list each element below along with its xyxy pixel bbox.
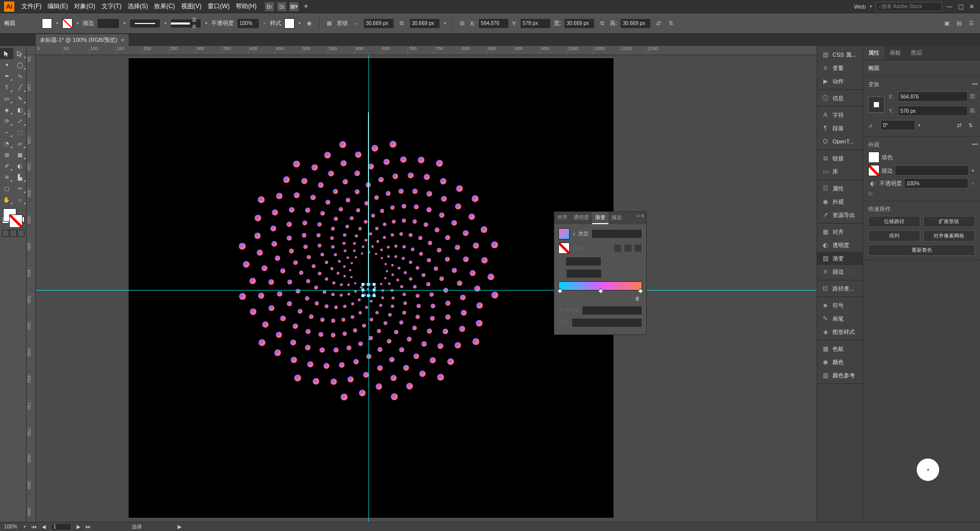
dock-item-1[interactable]: ≡变量 bbox=[817, 61, 863, 75]
flip-h-icon[interactable]: ⇄ bbox=[654, 19, 663, 28]
flip-v-icon[interactable]: ⇅ bbox=[666, 19, 675, 28]
gradient-angle-dropdown[interactable] bbox=[566, 257, 601, 266]
menu-select[interactable]: 选择(S) bbox=[125, 0, 151, 13]
btn-expand-shape[interactable]: 扩展形状 bbox=[923, 216, 975, 227]
blend-tool[interactable]: ◐ bbox=[13, 160, 27, 172]
gradient-type-dropdown[interactable] bbox=[592, 229, 642, 238]
free-transform-tool[interactable]: ⬚ bbox=[13, 127, 27, 138]
dock-item-22[interactable]: ▥颜色参考 bbox=[817, 369, 863, 382]
perspective-tool[interactable]: ▱ bbox=[13, 138, 27, 149]
height-input[interactable] bbox=[620, 18, 651, 29]
rotate-tool[interactable]: ⟳ bbox=[0, 115, 13, 127]
gp-tab-stroke[interactable]: 描边 bbox=[608, 212, 625, 224]
shape-h-input[interactable] bbox=[409, 18, 440, 29]
grad-stop-1[interactable] bbox=[557, 288, 562, 294]
fx-button[interactable]: fx. bbox=[868, 190, 975, 197]
menu-view[interactable]: 视图(V) bbox=[178, 0, 205, 13]
dock-item-9[interactable]: ☷属性 bbox=[817, 182, 863, 195]
artboard-nav-next-icon[interactable]: ▶ bbox=[77, 524, 81, 529]
fill-stroke-indicator[interactable] bbox=[0, 207, 27, 228]
flip-v-prop-icon[interactable]: ⇅ bbox=[966, 120, 975, 130]
flip-h-prop-icon[interactable]: ⇄ bbox=[954, 120, 964, 130]
maximize-button[interactable]: ▢ bbox=[957, 3, 965, 10]
line-tool[interactable]: ╱ bbox=[13, 82, 27, 93]
guide-vertical[interactable] bbox=[369, 55, 369, 522]
shape-w-input[interactable] bbox=[363, 18, 394, 29]
grad-stop-3[interactable] bbox=[638, 288, 643, 294]
stroke-width-input[interactable] bbox=[97, 18, 119, 29]
pen-tool[interactable]: ✒ bbox=[0, 70, 13, 82]
gpu-icon[interactable]: ✈ bbox=[302, 2, 311, 11]
appear-stroke-input[interactable] bbox=[895, 165, 969, 176]
btn-arrange[interactable]: 排列 bbox=[868, 230, 920, 242]
draw-inside[interactable] bbox=[17, 230, 24, 237]
rectangle-tool[interactable]: ▭ bbox=[0, 93, 13, 104]
artboard-index-input[interactable] bbox=[51, 523, 71, 530]
brush-definition[interactable]: 基本 bbox=[170, 19, 201, 28]
transform-origin-icon[interactable]: ⊞ bbox=[458, 19, 467, 28]
menu-edit[interactable]: 编辑(E) bbox=[44, 0, 71, 13]
tab-layers[interactable]: 图层 bbox=[906, 46, 927, 60]
stroke-profile[interactable] bbox=[130, 19, 160, 28]
prop-x-input[interactable] bbox=[898, 91, 968, 102]
stroke-dropdown-icon[interactable]: ▾ bbox=[76, 21, 80, 26]
appearance-menu-icon[interactable]: ••• bbox=[972, 141, 978, 147]
menu-effect[interactable]: 效果(C) bbox=[151, 0, 178, 13]
ruler-horizontal[interactable]: 0501001502002503003504004505005506006507… bbox=[36, 46, 817, 55]
dock-item-12[interactable]: ▦对齐 bbox=[817, 225, 863, 238]
curvature-tool[interactable]: ∿ bbox=[13, 70, 27, 82]
fill-dropdown-icon[interactable]: ▾ bbox=[55, 21, 59, 26]
gp-tab-transparency[interactable]: 透明度 bbox=[571, 212, 592, 224]
dock-item-15[interactable]: ≡描边 bbox=[817, 265, 863, 278]
hand-tool[interactable]: ✋ bbox=[0, 194, 13, 205]
opacity-input[interactable] bbox=[237, 18, 259, 29]
grad-stop-2[interactable] bbox=[598, 288, 603, 294]
eyedropper-tool[interactable]: ✐ bbox=[0, 160, 13, 172]
link-dim-icon[interactable]: ⧉ bbox=[598, 19, 607, 28]
width-input[interactable] bbox=[564, 18, 595, 29]
document-tab[interactable]: 未标题-1* @ 100% (RGB/预览) ✕ bbox=[36, 34, 129, 46]
menu-window[interactable]: 窗口(W) bbox=[205, 0, 233, 13]
tab-artboards[interactable]: 画板 bbox=[885, 46, 906, 60]
status-play-icon[interactable]: ▶ bbox=[178, 524, 182, 529]
artboard-nav-first-icon[interactable]: ⏮ bbox=[32, 524, 37, 529]
type-tool[interactable]: T bbox=[0, 82, 13, 93]
sel-handle-se[interactable] bbox=[373, 294, 376, 297]
canvas[interactable]: 0501001502002503003504004505005506006507… bbox=[27, 46, 817, 522]
dock-item-4[interactable]: A字符 bbox=[817, 108, 863, 122]
gp-tab-align[interactable]: 对齐 bbox=[554, 212, 571, 224]
dock-item-2[interactable]: ▶动作 bbox=[817, 75, 863, 88]
menu-object[interactable]: 对象(O) bbox=[71, 0, 98, 13]
gradient-opacity-dropdown[interactable] bbox=[582, 306, 642, 315]
stock-icon[interactable]: St bbox=[277, 2, 286, 11]
dock-item-14[interactable]: ▨渐变 bbox=[817, 252, 863, 265]
gradient-tool[interactable]: ▦ bbox=[13, 149, 27, 160]
transform-menu-icon[interactable]: ••• bbox=[972, 81, 978, 87]
stroke-grad-within-icon[interactable] bbox=[614, 244, 622, 252]
prop-angle-input[interactable] bbox=[880, 120, 915, 130]
sel-handle-nw[interactable] bbox=[361, 283, 364, 286]
stroke-indicator[interactable] bbox=[9, 214, 22, 228]
x-input[interactable] bbox=[478, 18, 509, 29]
gp-collapse-icon[interactable]: » bbox=[637, 213, 640, 223]
gradient-aspect-dropdown[interactable] bbox=[566, 269, 602, 278]
align-icon[interactable]: ▦ bbox=[325, 19, 334, 28]
dock-item-20[interactable]: ▦色板 bbox=[817, 342, 863, 355]
artboard-tool[interactable]: ▢ bbox=[0, 183, 13, 194]
recolor-icon[interactable]: ◉ bbox=[305, 19, 314, 28]
dock-item-18[interactable]: ✎画笔 bbox=[817, 312, 863, 325]
stroke-grad-along-icon[interactable] bbox=[624, 244, 632, 252]
menu-type[interactable]: 文字(T) bbox=[99, 0, 125, 13]
artboard-nav-last-icon[interactable]: ⏭ bbox=[86, 524, 91, 529]
appear-opacity-input[interactable] bbox=[904, 178, 968, 188]
gradient-stroke-swatch[interactable] bbox=[558, 243, 570, 254]
selection-tool[interactable] bbox=[0, 48, 13, 59]
artboard-nav-prev-icon[interactable]: ◀ bbox=[42, 524, 46, 529]
slice-tool[interactable]: ✂ bbox=[13, 183, 27, 194]
dock-item-3[interactable]: ⓘ信息 bbox=[817, 91, 863, 105]
mesh-tool[interactable]: ⊞ bbox=[0, 149, 13, 160]
lasso-tool[interactable]: ◯ bbox=[13, 59, 27, 70]
isolate-icon[interactable]: ▣ bbox=[942, 19, 951, 28]
ruler-origin[interactable] bbox=[27, 46, 36, 55]
guide-horizontal[interactable] bbox=[36, 290, 817, 291]
